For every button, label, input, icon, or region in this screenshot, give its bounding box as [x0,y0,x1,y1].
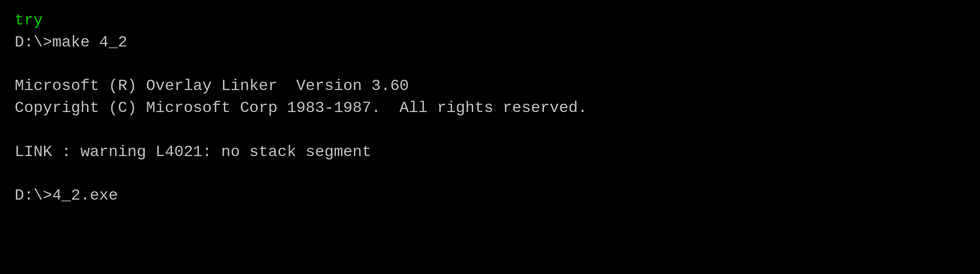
blank-line-1 [15,54,965,76]
linker-info-line-2: Copyright (C) Microsoft Corp 1983-1987. … [15,97,965,119]
make-command-line: D:\>make 4_2 [15,32,965,54]
blank-line-3 [15,163,965,185]
blank-line-2 [15,119,965,141]
exe-command-line: D:\>4_2.exe [15,185,965,207]
try-line: try [15,10,965,32]
terminal-window: try D:\>make 4_2 Microsoft (R) Overlay L… [0,0,980,274]
linker-info-line-1: Microsoft (R) Overlay Linker Version 3.6… [15,75,965,97]
warning-line: LINK : warning L4021: no stack segment [15,141,965,163]
